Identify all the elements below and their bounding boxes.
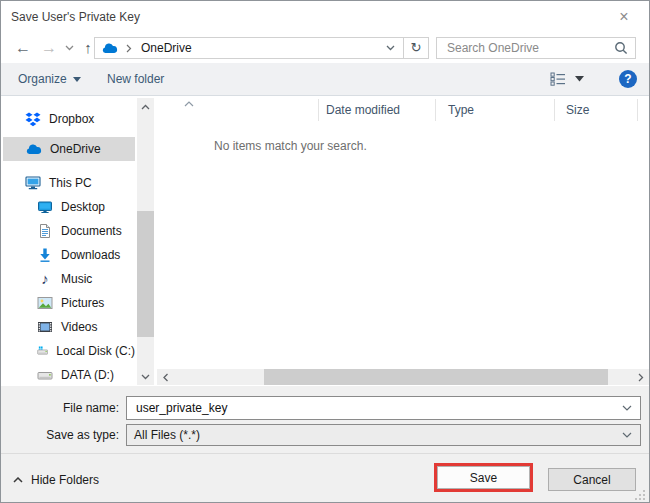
breadcrumb-separator-icon bbox=[126, 44, 132, 53]
sort-ascending-icon bbox=[184, 101, 194, 107]
sidebar-scrollbar-thumb[interactable] bbox=[137, 211, 154, 337]
sidebar-item-label: Documents bbox=[61, 224, 122, 238]
sidebar-item-label: Downloads bbox=[61, 248, 120, 262]
organize-label: Organize bbox=[18, 63, 67, 95]
new-folder-label: New folder bbox=[107, 63, 164, 95]
chevron-down-icon bbox=[65, 45, 74, 51]
save-dialog: Save User's Private Key × ← → ↑ OneDrive… bbox=[0, 0, 650, 503]
sidebar-item-desktop[interactable]: Desktop bbox=[3, 195, 135, 219]
file-name-combobox bbox=[126, 396, 641, 420]
column-header-type[interactable]: Type bbox=[448, 100, 474, 120]
sidebar-item-documents[interactable]: Documents bbox=[3, 219, 135, 243]
search-icon[interactable] bbox=[614, 41, 628, 55]
breadcrumb-dropdown-icon[interactable] bbox=[386, 45, 395, 51]
sidebar-item-label: DATA (D:) bbox=[61, 368, 114, 382]
recent-locations-button[interactable] bbox=[61, 34, 77, 62]
sidebar-item-label: Music bbox=[61, 272, 92, 286]
sidebar-scroll-up-icon[interactable] bbox=[137, 99, 154, 114]
breadcrumb-segment-onedrive[interactable]: OneDrive bbox=[141, 41, 192, 55]
document-icon bbox=[37, 223, 53, 239]
save-as-type-value: All Files (*.*) bbox=[134, 428, 622, 442]
sidebar-item-this-pc[interactable]: This PC bbox=[3, 171, 135, 195]
breadcrumb: OneDrive bbox=[94, 37, 404, 59]
view-mode-button[interactable] bbox=[550, 71, 568, 87]
music-icon: ♪ bbox=[37, 271, 53, 287]
sidebar-item-label: Pictures bbox=[61, 296, 104, 310]
sidebar-item-local-disk-c[interactable]: Local Disk (C:) bbox=[3, 339, 135, 363]
search-box bbox=[436, 37, 636, 59]
search-input[interactable] bbox=[445, 40, 614, 56]
videos-icon bbox=[37, 319, 53, 335]
save-as-type-dropdown-icon bbox=[622, 432, 632, 438]
hide-folders-label: Hide Folders bbox=[31, 473, 99, 487]
close-button[interactable]: × bbox=[609, 6, 639, 28]
save-button-label: Save bbox=[470, 471, 497, 485]
forward-button[interactable]: → bbox=[37, 34, 61, 62]
horizontal-scrollbar-thumb[interactable] bbox=[264, 369, 608, 385]
refresh-button[interactable]: ↻ bbox=[403, 37, 429, 59]
dropbox-icon bbox=[25, 112, 41, 127]
new-folder-button[interactable]: New folder bbox=[107, 63, 164, 95]
forward-arrow-icon: → bbox=[41, 39, 57, 56]
onedrive-icon bbox=[25, 143, 42, 155]
scroll-left-icon[interactable] bbox=[157, 369, 174, 385]
sidebar-item-label: Dropbox bbox=[49, 112, 94, 126]
save-as-type-select[interactable]: All Files (*.*) bbox=[126, 424, 641, 446]
hard-drive-icon bbox=[37, 367, 53, 383]
sidebar-item-pictures[interactable]: Pictures bbox=[3, 291, 135, 315]
column-separator bbox=[435, 99, 436, 121]
column-separator bbox=[554, 99, 555, 121]
view-mode-dropdown-button[interactable] bbox=[575, 76, 584, 82]
back-button[interactable]: ← bbox=[11, 34, 35, 62]
sidebar-item-label: This PC bbox=[49, 176, 92, 190]
sidebar-item-label: OneDrive bbox=[50, 142, 101, 156]
save-button-annotation: Save bbox=[434, 463, 533, 492]
download-icon bbox=[37, 247, 53, 263]
help-icon: ? bbox=[624, 72, 631, 86]
pictures-icon bbox=[37, 295, 53, 311]
refresh-icon: ↻ bbox=[411, 40, 422, 55]
sidebar-item-data-d[interactable]: DATA (D:) bbox=[3, 363, 135, 387]
resize-grip-icon[interactable] bbox=[635, 490, 645, 500]
local-disk-icon bbox=[37, 343, 48, 359]
chevron-up-icon bbox=[13, 477, 23, 483]
back-arrow-icon: ← bbox=[15, 39, 31, 56]
cancel-button[interactable]: Cancel bbox=[548, 468, 636, 491]
sidebar-item-music[interactable]: ♪ Music bbox=[3, 267, 135, 291]
column-header-size[interactable]: Size bbox=[566, 100, 589, 120]
desktop-icon bbox=[37, 199, 53, 215]
scroll-right-icon[interactable] bbox=[632, 369, 649, 385]
cancel-button-label: Cancel bbox=[573, 473, 610, 487]
details-view-icon bbox=[550, 71, 568, 87]
sidebar-item-label: Desktop bbox=[61, 200, 105, 214]
up-arrow-icon: ↑ bbox=[84, 39, 92, 56]
organize-dropdown-icon bbox=[73, 77, 81, 82]
organize-button[interactable]: Organize bbox=[18, 63, 81, 95]
sidebar-item-onedrive[interactable]: OneDrive bbox=[3, 137, 135, 161]
column-separator bbox=[318, 99, 319, 121]
close-icon: × bbox=[619, 8, 628, 25]
view-dropdown-icon bbox=[575, 76, 584, 82]
file-name-input[interactable] bbox=[134, 400, 622, 416]
empty-results-message: No items match your search. bbox=[214, 139, 367, 153]
save-as-type-label: Save as type: bbox=[1, 423, 119, 447]
save-button[interactable]: Save bbox=[437, 466, 530, 489]
computer-icon bbox=[25, 175, 41, 191]
column-separator bbox=[637, 99, 638, 121]
sidebar-item-label: Local Disk (C:) bbox=[56, 344, 135, 358]
onedrive-cloud-icon bbox=[101, 42, 118, 54]
sidebar-item-videos[interactable]: Videos bbox=[3, 315, 135, 339]
title-bar: Save User's Private Key × bbox=[1, 1, 649, 33]
footer-separator bbox=[1, 453, 649, 454]
help-button[interactable]: ? bbox=[619, 70, 637, 88]
sidebar-scroll-down-icon[interactable] bbox=[137, 369, 154, 384]
sidebar-item-downloads[interactable]: Downloads bbox=[3, 243, 135, 267]
sidebar-item-dropbox[interactable]: Dropbox bbox=[3, 107, 135, 131]
sidebar-item-label: Videos bbox=[61, 320, 97, 334]
file-name-label: File name: bbox=[1, 396, 119, 420]
hide-folders-button[interactable]: Hide Folders bbox=[13, 471, 99, 489]
file-name-dropdown-icon[interactable] bbox=[622, 405, 632, 411]
dialog-title: Save User's Private Key bbox=[11, 1, 140, 33]
column-header-date-modified[interactable]: Date modified bbox=[326, 100, 400, 120]
